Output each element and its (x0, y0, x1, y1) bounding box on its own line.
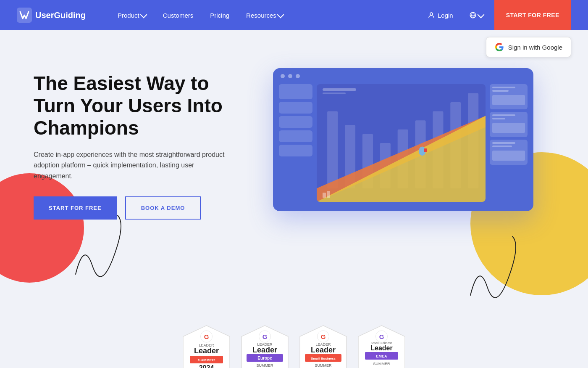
svg-text:G: G (321, 333, 326, 340)
dashboard-inner (273, 84, 533, 202)
logo[interactable]: UserGuiding (17, 8, 86, 23)
chevron-down-icon (277, 11, 284, 18)
dash-chart-area (317, 84, 486, 202)
dash-metric-3 (490, 140, 528, 165)
dash-sidebar-item (279, 145, 312, 156)
svg-text:SUMMER: SUMMER (373, 362, 390, 366)
hero-illustration (252, 64, 554, 211)
nav-customers[interactable]: Customers (156, 8, 200, 22)
chevron-down-icon (477, 11, 484, 18)
svg-rect-17 (424, 148, 427, 152)
language-selector[interactable] (465, 8, 488, 22)
dash-sidebar-item (279, 130, 312, 142)
dash-sidebar-item (279, 84, 312, 99)
mini-line (492, 146, 512, 147)
svg-text:EMEA: EMEA (376, 354, 387, 358)
mini-line (492, 87, 515, 88)
svg-text:G: G (204, 333, 209, 340)
nav-pricing[interactable]: Pricing (203, 8, 236, 22)
badge-shape-1: G LEADER Leader SUMMER 2024 (182, 325, 231, 368)
dash-metric-2 (490, 112, 528, 137)
mini-line (492, 114, 515, 116)
google-signin-button[interactable]: Sign in with Google (486, 37, 571, 57)
mini-line (492, 142, 515, 144)
svg-point-1 (430, 13, 433, 15)
nav-right: Login START FOR FREE (423, 0, 571, 30)
hero-left-content: The Easiest Way to Turn Your Users Into … (34, 64, 252, 245)
svg-text:Leader: Leader (311, 346, 336, 354)
svg-text:SUMMER: SUMMER (257, 363, 273, 368)
google-signin-label: Sign in with Google (508, 44, 562, 51)
user-icon (428, 11, 435, 19)
badge-shape-2: G LEADER Leader Europe SUMMER 2024 (241, 325, 289, 368)
dashboard-preview (273, 68, 533, 211)
svg-text:Small Business: Small Business (311, 357, 336, 360)
svg-text:G: G (379, 333, 384, 340)
nav-resources[interactable]: Resources (239, 8, 290, 22)
mini-line (492, 118, 505, 119)
start-free-nav-button[interactable]: START FOR FREE (494, 0, 571, 30)
legend-icon (323, 191, 332, 199)
badge-leader-small-business: G LEADER Leader Small Business SUMMER 20… (299, 325, 347, 368)
hero-buttons: START FOR FREE BOOK A DEMO (34, 196, 252, 220)
svg-text:SUMMER: SUMMER (315, 363, 332, 368)
badge-shape-4: G Small Business Leader EMEA SUMMER 2024 (357, 325, 406, 368)
dash-metric-1 (490, 84, 528, 109)
badge-shape-3: G LEADER Leader Small Business SUMMER 20… (299, 325, 347, 368)
navigation: UserGuiding Product Customers Pricing Re… (0, 0, 588, 30)
badge-leader-emea: G Small Business Leader EMEA SUMMER 2024 (357, 325, 406, 368)
svg-text:Leader: Leader (194, 347, 219, 355)
book-demo-button[interactable]: BOOK A DEMO (125, 196, 201, 220)
hero-section: The Easiest Way to Turn Your Users Into … (0, 30, 588, 316)
svg-rect-18 (323, 193, 326, 198)
svg-text:Leader: Leader (252, 346, 277, 354)
nav-links: Product Customers Pricing Resources (111, 8, 423, 22)
mini-line (492, 90, 509, 92)
chart-svg (317, 84, 486, 202)
dashboard-topbar (273, 68, 533, 84)
dash-sidebar (279, 84, 312, 202)
svg-text:G: G (262, 333, 268, 340)
badge-leader-summer: G LEADER Leader SUMMER 2024 (182, 325, 231, 368)
dot3 (296, 74, 300, 78)
dot1 (281, 74, 285, 78)
badge-leader-europe: G LEADER Leader Europe SUMMER 2024 (241, 325, 289, 368)
nav-product[interactable]: Product (111, 8, 153, 22)
squiggle-right (454, 220, 538, 304)
login-button[interactable]: Login (423, 8, 458, 22)
hero-subtitle: Create in-app experiences with the most … (34, 149, 227, 182)
hero-title: The Easiest Way to Turn Your Users Into … (34, 72, 252, 139)
dash-sidebar-item (279, 116, 312, 128)
svg-rect-19 (327, 191, 330, 198)
svg-text:Europe: Europe (257, 356, 272, 360)
google-icon (495, 42, 504, 52)
start-free-hero-button[interactable]: START FOR FREE (34, 196, 117, 220)
dash-right-col (490, 84, 528, 202)
svg-text:Leader: Leader (370, 344, 392, 352)
svg-text:2024: 2024 (199, 364, 214, 368)
dash-sidebar-item (279, 102, 312, 114)
dot2 (288, 74, 292, 78)
chevron-down-icon (140, 11, 147, 18)
logo-text: UserGuiding (35, 11, 86, 20)
svg-text:SUMMER: SUMMER (198, 358, 215, 362)
svg-rect-5 (327, 111, 338, 188)
badges-section: G LEADER Leader SUMMER 2024 G LEADER Lea… (0, 316, 588, 368)
globe-icon (469, 11, 477, 19)
